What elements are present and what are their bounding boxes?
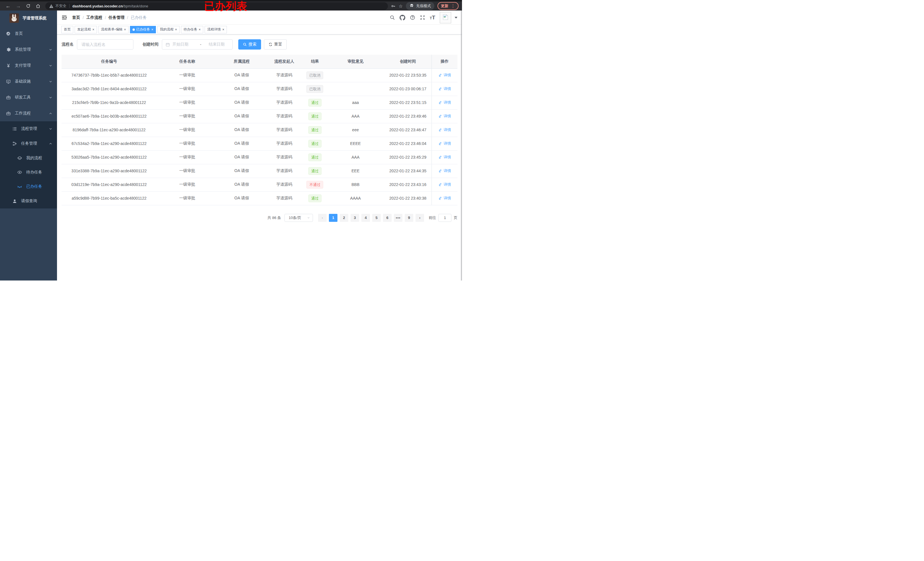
date-end-placeholder[interactable]: 结束日期 [204,42,229,47]
sidebar-item-eye-open[interactable]: 待办任务 [0,165,57,180]
sidebar-item-user[interactable]: 请假查询 [0,194,57,208]
detail-link[interactable]: 详情 [438,73,451,78]
search-icon[interactable] [390,15,395,20]
pagination-prev-button[interactable]: ‹ [318,214,327,222]
tab-close-icon[interactable]: × [199,28,201,31]
yen-icon [5,63,11,68]
fullscreen-icon[interactable] [420,15,425,20]
process-cell: OA 请假 [218,123,266,137]
sidebar-item-label: 系统管理 [15,47,31,52]
date-range-picker[interactable]: 开始日期 - 结束日期 [162,39,232,49]
detail-link[interactable]: 详情 [438,168,451,174]
tab-close-icon[interactable]: × [222,28,224,31]
pagination-page-6[interactable]: 6 [383,214,392,222]
tab-5[interactable]: 待办任务× [181,26,203,33]
browser-menu-kebab-icon[interactable]: ⋮ [451,3,455,9]
browser-update-button[interactable]: 更新 ⋮ [438,2,459,10]
tab-close-icon[interactable]: × [152,28,153,31]
detail-link[interactable]: 详情 [438,127,451,132]
pagination-page-3[interactable]: 3 [351,214,359,222]
broken-image-icon [442,14,448,21]
tab-4[interactable]: 我的流程× [158,26,180,33]
task-name-cell: 一级审批 [156,137,218,150]
tab-active-3[interactable]: 已办任务× [130,26,156,33]
sidebar-item-face[interactable]: 我的流程 [0,151,57,165]
url-path[interactable]: /bpm/task/done [123,4,148,8]
sidebar-item-yen[interactable]: 支付管理 [0,57,57,73]
result-cell: 已取消 [303,82,327,96]
process-name-input[interactable] [77,39,134,49]
result-badge: 已取消 [306,72,323,79]
task-id-cell: 74736737-7b9b-11ec-b5b7-acde48001122 [62,68,156,82]
avatar-caret-down-icon[interactable] [454,17,458,18]
chevron-up-icon [49,142,52,145]
sidebar-item-gear[interactable]: 系统管理 [0,42,57,57]
starter-cell: 芋道源码 [266,82,303,96]
pagination-page-9[interactable]: 9 [405,214,413,222]
forward-icon[interactable]: → [16,3,21,9]
breadcrumb-item[interactable]: 任务管理 [109,15,124,20]
pagination-page-4[interactable]: 4 [362,214,370,222]
detail-link[interactable]: 详情 [438,141,451,146]
result-badge: 通过 [308,167,321,175]
action-cell: 详情 [432,123,458,137]
home-icon[interactable] [36,4,40,9]
github-icon[interactable] [400,15,405,21]
tab-2[interactable]: 流程表单-编辑× [98,26,129,33]
sidebar-logo[interactable]: 芋道管理系统 [0,10,57,25]
toolbox-icon [5,95,11,100]
font-size-icon[interactable]: TT [430,15,435,20]
sidebar-collapse-icon[interactable] [62,15,67,20]
security-label[interactable]: 不安全 [55,3,66,9]
reload-icon[interactable] [26,4,30,8]
detail-link[interactable]: 详情 [438,100,451,105]
result-badge: 通过 [308,140,321,148]
help-icon[interactable] [410,15,415,20]
sidebar-item-dashboard[interactable]: 首页 [0,25,57,42]
detail-link[interactable]: 详情 [438,114,451,119]
list-icon [11,126,18,131]
update-label[interactable]: 更新 [441,3,448,9]
tab-close-icon[interactable]: × [92,28,94,31]
bookmark-star-icon[interactable]: ☆ [399,3,403,9]
sidebar-item-flow[interactable]: 任务管理 [0,136,57,151]
pagination-page-5[interactable]: 5 [372,214,381,222]
tab-0[interactable]: 首页 [61,26,73,33]
page-size-select[interactable]: 10条/页 [285,214,313,222]
result-cell: 通过 [303,96,327,109]
process-cell: OA 请假 [218,191,266,205]
sidebar-item-toolbox[interactable]: 研发工具 [0,90,57,105]
avatar[interactable] [440,12,451,23]
task-id-cell: 8196daff-7b9a-11ec-a290-acde48001122 [62,123,156,137]
process-cell: OA 请假 [218,150,266,164]
key-icon[interactable] [391,4,396,9]
breadcrumb-item[interactable]: 工作流程 [86,15,102,20]
date-start-placeholder[interactable]: 开始日期 [172,42,197,47]
detail-link[interactable]: 详情 [438,86,451,91]
sidebar-item-monitor[interactable]: 基础设施 [0,73,57,90]
tab-1[interactable]: 发起流程× [75,26,97,33]
reset-button[interactable]: 重置 [264,39,287,49]
detail-link[interactable]: 详情 [438,196,451,201]
tab-6[interactable]: 流程详情× [205,26,227,33]
goto-page-input[interactable] [438,214,452,222]
security-warning-icon[interactable] [49,4,53,8]
pagination-page-1[interactable]: 1 [329,214,338,222]
pagination-more-button[interactable]: ••• [394,214,402,222]
chevron-down-icon [307,216,310,219]
tab-close-icon[interactable]: × [124,28,126,31]
pagination-next-button[interactable]: › [416,214,424,222]
sidebar-item-eye-closed[interactable]: 已办任务 [0,180,57,194]
url-host[interactable]: dashboard.yudao.iocoder.cn [72,4,123,8]
sidebar-item-list[interactable]: 流程管理 [0,121,57,136]
breadcrumb-item[interactable]: 首页 [72,15,80,20]
tab-close-icon[interactable]: × [175,28,177,31]
detail-link[interactable]: 详情 [438,155,451,160]
search-button[interactable]: 搜索 [238,39,261,49]
back-icon[interactable]: ← [5,3,10,9]
address-bar[interactable]: 不安全 dashboard.yudao.iocoder.cn/bpm/task/… [45,2,388,10]
edit-pencil-icon [438,155,442,159]
sidebar-item-briefcase[interactable]: 工作流程 [0,105,57,121]
detail-link[interactable]: 详情 [438,182,451,187]
pagination-page-2[interactable]: 2 [340,214,348,222]
